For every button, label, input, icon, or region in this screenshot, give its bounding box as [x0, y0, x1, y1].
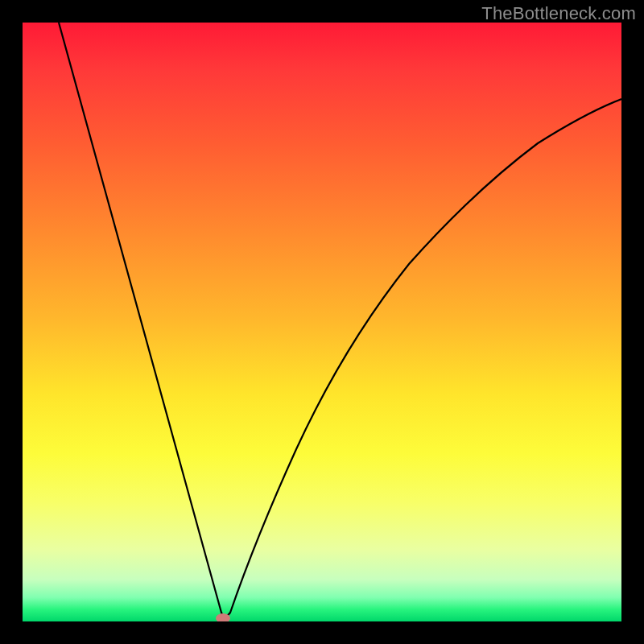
- bottleneck-curve: [23, 23, 621, 621]
- chart-frame: TheBottleneck.com: [0, 0, 644, 644]
- watermark-text: TheBottleneck.com: [481, 3, 636, 24]
- plot-area: [23, 23, 621, 621]
- curve-path: [59, 23, 621, 617]
